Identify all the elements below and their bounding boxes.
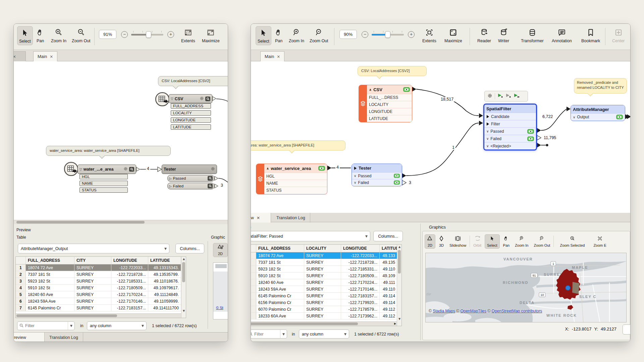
port-row-failed[interactable]: ∨Failed xyxy=(352,179,402,186)
table-row[interactable]: 76145 Palomino CrSURREY-122.7183157...49… xyxy=(16,305,186,311)
chevron-down-icon[interactable]: ▼ xyxy=(68,322,72,330)
zoom-increase-button[interactable]: + xyxy=(167,31,174,38)
gear-icon[interactable] xyxy=(211,167,215,172)
attribute-row[interactable]: FULL_ADDRESS xyxy=(171,103,211,109)
right-workflow-canvas[interactable]: CSV: LocalAddresses [CSV2] ∧ CSV FULL_..… xyxy=(251,61,631,213)
zoom-in-tool-button[interactable]: Zoom In xyxy=(49,26,68,45)
writer-button[interactable]: Writer xyxy=(496,26,511,45)
select-tool-button[interactable]: Select xyxy=(256,26,271,45)
reader-feature-icon[interactable] xyxy=(63,161,79,178)
scrollbar-thumb[interactable] xyxy=(16,314,117,317)
view-3d-button[interactable]: 3D xyxy=(437,235,446,248)
attribute-row[interactable]: LATITUDE xyxy=(367,115,412,122)
map-zoom-in-button[interactable]: Zoom In xyxy=(513,235,530,248)
port-row-output[interactable]: ∨Output xyxy=(571,113,625,120)
zoom-slider-track[interactable] xyxy=(131,34,163,36)
reader-button[interactable]: Reader xyxy=(476,26,493,45)
center-button[interactable]: Center xyxy=(610,26,627,45)
tab-translation-log[interactable]: Translation Log xyxy=(272,213,310,223)
collapse-icon[interactable]: ▽ xyxy=(171,97,173,101)
scrollbar-thumb[interactable] xyxy=(251,322,358,325)
openmaptiles-link[interactable]: OpenMapTiles xyxy=(460,309,486,313)
table-row[interactable]: 6070 Palomino CrSURREY-122.7178579...49.… xyxy=(251,306,401,313)
scroll-up-icon[interactable]: ▲ xyxy=(181,257,186,260)
scrollbar-thumb[interactable] xyxy=(16,221,145,224)
zoom-out-tool-button[interactable]: Zoom Out xyxy=(308,26,330,45)
annotation-csv-source[interactable]: CSV: LocalAddresses [CSV2] xyxy=(358,66,427,76)
clipped-edge-button[interactable] xyxy=(623,324,631,335)
zoom-level-field[interactable]: 90% xyxy=(339,30,357,39)
node-csv-header[interactable]: ▽ CSV xyxy=(169,94,212,103)
column-header[interactable]: LONGITUDE xyxy=(111,257,148,264)
table-row[interactable]: 35923 182 StSURREY-122.7185331...49.1101… xyxy=(16,278,186,285)
table-h-scrollbar[interactable]: ▶ xyxy=(251,321,397,326)
zoom-decrease-button[interactable]: − xyxy=(362,31,368,38)
output-port[interactable] xyxy=(136,167,140,172)
attribute-row[interactable]: HGL xyxy=(264,173,327,180)
slideshow-button[interactable]: Slideshow xyxy=(447,235,468,248)
attribute-row[interactable]: LATITUDE xyxy=(171,124,211,130)
table-row[interactable]: 5923 182 StSURREY-122.7185331...49.110 xyxy=(251,266,401,273)
zoom-increase-button[interactable]: + xyxy=(408,31,415,38)
output-port[interactable] xyxy=(214,176,218,181)
expand-icon[interactable]: ∨ xyxy=(354,174,356,178)
map-view[interactable]: VANCOUVER RICHMOND SURREY DELTA MAPLE WH… xyxy=(425,253,627,322)
run-from-this-icon[interactable] xyxy=(514,93,520,99)
node-csv-reader[interactable]: ∧ CSV FULL_...DRESS LOCALITY LONGITUDE L… xyxy=(359,85,412,122)
node-header[interactable]: ∧ CSV xyxy=(367,85,412,94)
gear-icon[interactable] xyxy=(487,93,492,100)
attribute-row[interactable]: STATUS xyxy=(264,187,327,194)
zoom-decrease-button[interactable]: − xyxy=(121,31,128,38)
eye-icon[interactable] xyxy=(616,115,623,119)
close-icon[interactable]: × xyxy=(50,54,53,59)
map-attribution-clipped[interactable]: © St xyxy=(216,306,223,310)
port-row-passed[interactable]: ∨Passed xyxy=(484,127,536,135)
zoom-level-field[interactable]: 91% xyxy=(99,30,116,39)
node-header[interactable]: ∧ water_service_area xyxy=(264,164,327,173)
zoom-slider-thumb[interactable] xyxy=(146,31,151,38)
feature-type-dropdown[interactable]: SpatialFilter: Passed ▼ xyxy=(251,231,370,241)
annotation-button[interactable]: Annotation xyxy=(550,26,574,45)
orbit-button[interactable]: Orbit xyxy=(471,235,483,248)
eye-icon[interactable] xyxy=(403,87,410,92)
chevron-down-icon[interactable]: ▼ xyxy=(280,330,285,338)
pan-tool-button[interactable]: Pan xyxy=(273,26,284,45)
port-row-rejected[interactable]: ∨<Rejected> xyxy=(484,142,536,149)
zoom-extents-button[interactable]: Zoom E xyxy=(588,235,608,248)
stadia-maps-link[interactable]: Stadia Maps xyxy=(433,309,455,313)
view-2d-button[interactable]: 2D xyxy=(213,243,228,257)
column-header[interactable]: LATITUD xyxy=(380,245,397,252)
table-row[interactable]: 518240 60 AveSURREY-122.7170224...49.111… xyxy=(16,291,186,298)
close-icon[interactable]: × xyxy=(13,54,16,59)
feature-type-dropdown[interactable]: AttributeManager_Output ▼ xyxy=(18,244,169,253)
extents-button[interactable]: Extents xyxy=(421,26,438,45)
attribute-row[interactable]: LOCALITY xyxy=(367,101,412,108)
table-h-scrollbar[interactable] xyxy=(16,313,181,318)
zoom-out-tool-button[interactable]: Zoom Out xyxy=(70,26,92,45)
attribute-row[interactable]: LOCALITY xyxy=(171,110,211,116)
attribute-row[interactable]: NAME xyxy=(79,181,128,186)
table-row[interactable]: 618243 59A AveSURREY-122.7170146...49.11… xyxy=(16,298,186,305)
eye-icon[interactable] xyxy=(527,136,534,141)
gear-icon[interactable] xyxy=(200,96,204,102)
column-header[interactable]: FULL_ADDRESS xyxy=(26,257,74,264)
output-port[interactable] xyxy=(212,96,216,101)
filter-box[interactable]: ▼ xyxy=(251,329,287,339)
table-row[interactable]: 6156 Palomino CrSURREY-122.7179920...49.… xyxy=(251,299,401,306)
column-filter-dropdown[interactable]: any column ▼ xyxy=(299,329,349,339)
table-row[interactable]: 18233 60A AveSURREY-122.7173962...49.112 xyxy=(251,313,401,319)
inspect-icon[interactable] xyxy=(129,167,134,172)
table-row[interactable]: 27337 181 StSURREY-122.7218728...49.1353… xyxy=(16,271,186,278)
attribute-row[interactable]: LONGITUDE xyxy=(367,108,412,115)
port-row-failed[interactable]: ∨Failed xyxy=(484,135,536,142)
node-header[interactable]: Tester xyxy=(352,164,402,172)
node-water-reader[interactable]: ∧ water_service_area HGL NAME STATUS xyxy=(256,164,327,194)
left-workflow-canvas[interactable]: CSV: LocalAddresses [CSV2] ▽ CSV FULL_AD… xyxy=(14,61,228,224)
tab-main[interactable]: Main× xyxy=(260,51,284,61)
table-row[interactable]: 18243 59A AveSURREY-122.7170146...49.110 xyxy=(251,286,401,293)
tab-translation-log[interactable]: Translation Log xyxy=(45,333,83,342)
table-v-scrollbar[interactable]: ▲ ▼ xyxy=(181,257,186,318)
canvas-h-scrollbar[interactable] xyxy=(14,220,228,224)
tab-visual-preview[interactable]: Visual Preview xyxy=(13,333,45,342)
expand-icon[interactable]: ∨ xyxy=(486,137,489,140)
